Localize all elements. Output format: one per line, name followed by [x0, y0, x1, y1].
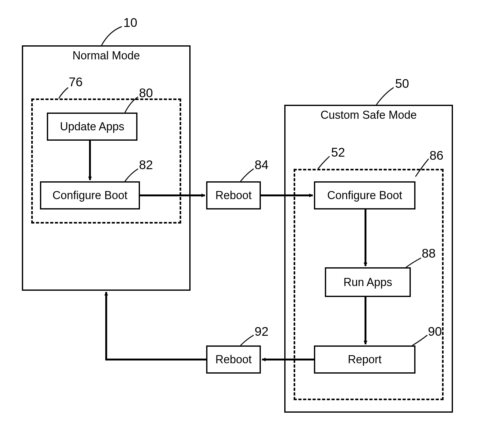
diagram-root: Normal Mode Update Apps Configure Boot R…	[0, 0, 477, 448]
safe-mode-title: Custom Safe Mode	[286, 108, 452, 122]
ref-76: 76	[69, 75, 83, 89]
ref-92: 92	[255, 325, 269, 339]
update-apps-label: Update Apps	[60, 120, 124, 133]
update-apps-block: Update Apps	[47, 113, 137, 141]
ref-82: 82	[139, 158, 153, 172]
report-block: Report	[314, 345, 415, 374]
reboot-mid-block: Reboot	[206, 181, 261, 209]
ref-10: 10	[123, 16, 137, 30]
report-label: Report	[348, 353, 381, 366]
ref-90: 90	[428, 325, 442, 339]
configure-boot-safe-block: Configure Boot	[314, 181, 415, 209]
configure-boot-normal-label: Configure Boot	[52, 189, 127, 202]
ref-50: 50	[395, 77, 409, 91]
ref-80: 80	[139, 86, 153, 100]
normal-mode-title: Normal Mode	[23, 49, 189, 62]
reboot-low-label: Reboot	[215, 353, 251, 366]
ref-84: 84	[255, 158, 269, 172]
run-apps-label: Run Apps	[343, 276, 392, 289]
ref-88: 88	[422, 246, 436, 260]
reboot-low-block: Reboot	[206, 345, 261, 374]
configure-boot-normal-block: Configure Boot	[40, 181, 140, 209]
run-apps-block: Run Apps	[325, 267, 411, 297]
ref-52: 52	[331, 145, 345, 159]
configure-boot-safe-label: Configure Boot	[327, 189, 402, 202]
ref-86: 86	[430, 148, 444, 163]
reboot-mid-label: Reboot	[215, 189, 251, 202]
